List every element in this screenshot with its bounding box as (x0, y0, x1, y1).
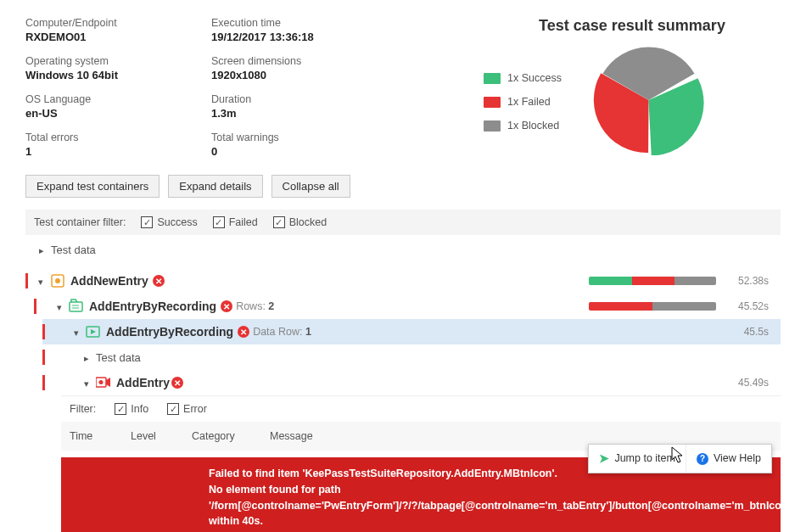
info-os: Operating system Windows 10 64bit (25, 55, 118, 81)
tree-node-addentrybyrecording[interactable]: AddEntryByRecording ✕ Rows: 2 45.52s (34, 294, 781, 319)
chevron-down-icon (38, 275, 43, 288)
fail-badge-icon: ✕ (221, 300, 232, 312)
svg-rect-2 (70, 302, 82, 311)
help-icon: ? (697, 453, 708, 465)
play-folder-icon (86, 324, 101, 339)
fail-badge-icon: ✕ (171, 377, 183, 389)
log-error-row[interactable]: ➤ Jump to item ? View Help Failed to fin… (61, 457, 781, 532)
expand-details-button[interactable]: Expand details (168, 175, 262, 198)
log-filter-info-checkbox[interactable]: ✓Info (115, 403, 148, 415)
jump-to-item-button[interactable]: ➤ Jump to item (589, 445, 686, 473)
collapse-all-button[interactable]: Collapse all (271, 175, 350, 198)
tree-node-addnewentry[interactable]: AddNewEntry ✕ 52.38s (25, 268, 781, 294)
fail-badge-icon: ✕ (238, 326, 249, 338)
duration-label: 52.38s (726, 275, 769, 287)
filter-label: Test container filter: (34, 216, 126, 228)
jump-arrow-icon: ➤ (599, 450, 609, 468)
info-os-language: OS Language en-US (25, 93, 118, 120)
container-filter-bar: Test container filter: ✓Success ✓Failed … (25, 210, 781, 235)
chevron-down-icon (57, 300, 62, 313)
chevron-right-icon (84, 351, 89, 364)
duration-label: 45.5s (726, 326, 769, 338)
tree-node-addentry[interactable]: AddEntry ✕ 45.49s (42, 370, 781, 395)
node-title: AddNewEntry (70, 274, 148, 288)
chevron-down-icon (74, 326, 79, 339)
test-suite-icon (50, 273, 65, 288)
result-summary: Test case result summary 1x Success 1x F… (484, 17, 781, 158)
node-title: AddEntryByRecording (106, 325, 233, 339)
filter-failed-checkbox[interactable]: ✓Failed (213, 216, 258, 228)
pie-chart (579, 45, 719, 155)
legend-success: 1x Success (484, 72, 562, 84)
svg-point-5 (99, 380, 104, 384)
filter-blocked-checkbox[interactable]: ✓Blocked (273, 216, 327, 228)
view-help-button[interactable]: ? View Help (686, 445, 771, 473)
summary-title: Test case result summary (484, 17, 781, 35)
tree-node-addentrybyrecording-row1[interactable]: AddEntryByRecording ✕ Data Row: 1 45.5s (42, 319, 781, 344)
node-title: AddEntry (116, 376, 170, 389)
legend-blocked: 1x Blocked (484, 120, 562, 132)
smart-folder-icon (69, 299, 84, 314)
info-execution-time: Execution time 19/12/2017 13:36:18 (211, 17, 314, 43)
info-total-warnings: Total warnings 0 (211, 132, 314, 158)
col-message: Message (270, 430, 313, 442)
col-level: Level (131, 430, 173, 442)
swatch-success-icon (484, 73, 501, 84)
duration-label: 45.49s (726, 377, 769, 389)
record-icon (96, 375, 111, 390)
filter-success-checkbox[interactable]: ✓Success (141, 216, 197, 228)
info-screen-dimensions: Screen dimensions 1920x1080 (211, 55, 314, 81)
legend-failed: 1x Failed (484, 96, 562, 108)
expand-test-containers-button[interactable]: Expand test containers (25, 175, 160, 198)
environment-info: Computer/Endpoint RXDEMO01 Operating sys… (25, 17, 484, 158)
chevron-right-icon (39, 244, 44, 256)
log-filter-bar: Filter: ✓Info ✓Error (61, 395, 781, 422)
test-data-expander[interactable]: Test data (25, 235, 781, 265)
fail-badge-icon: ✕ (153, 275, 165, 287)
row-actions-popover: ➤ Jump to item ? View Help (588, 444, 772, 473)
chevron-down-icon (84, 377, 89, 389)
info-total-errors: Total errors 1 (25, 132, 118, 158)
log-filter-error-checkbox[interactable]: ✓Error (167, 403, 207, 415)
node-title: AddEntryByRecording (89, 300, 216, 313)
info-duration: Duration 1.3m (211, 93, 314, 120)
duration-label: 45.52s (726, 300, 769, 312)
progress-bar (589, 302, 716, 311)
swatch-blocked-icon (484, 120, 501, 132)
summary-legend: 1x Success 1x Failed 1x Blocked (484, 69, 562, 132)
tree-node-testdata[interactable]: Test data (42, 344, 781, 370)
col-time: Time (70, 430, 112, 442)
info-endpoint: Computer/Endpoint RXDEMO01 (25, 17, 118, 43)
error-message: Failed to find item 'KeePassTestSuiteRep… (73, 466, 769, 529)
progress-bar (589, 277, 716, 285)
log-filter-label: Filter: (70, 403, 96, 415)
svg-point-1 (55, 278, 60, 283)
col-category: Category (192, 430, 251, 442)
swatch-failed-icon (484, 97, 501, 108)
